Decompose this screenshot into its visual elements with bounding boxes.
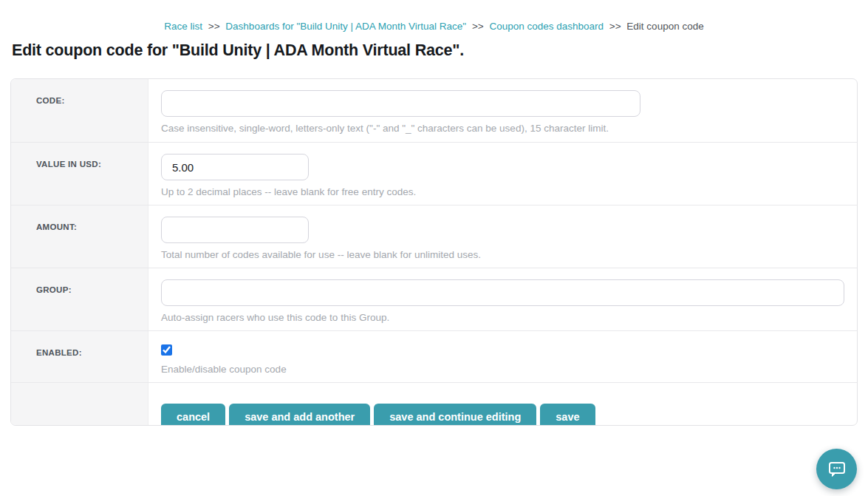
breadcrumb-separator: >> — [208, 21, 220, 32]
save-and-continue-editing-button[interactable]: save and continue editing — [374, 404, 536, 426]
cancel-button[interactable]: cancel — [161, 404, 225, 426]
group-help-text: Auto-assign racers who use this code to … — [161, 312, 844, 323]
actions-field-cell: cancel save and add another save and con… — [148, 383, 857, 425]
button-bar: cancel save and add another save and con… — [161, 394, 844, 426]
code-input[interactable] — [161, 90, 640, 117]
value-in-usd-label: VALUE IN USD: — [36, 160, 101, 169]
code-label-cell: CODE: — [11, 79, 148, 142]
code-field-cell: Case insensitive, single-word, letters-o… — [148, 79, 857, 142]
group-input[interactable] — [161, 279, 844, 306]
form-row-code: CODE: Case insensitive, single-word, let… — [11, 79, 857, 143]
breadcrumb-link-coupon-dashboard[interactable]: Coupon codes dashboard — [489, 21, 604, 32]
form-row-group: GROUP: Auto-assign racers who use this c… — [11, 268, 857, 331]
value-label-cell: VALUE IN USD: — [11, 143, 148, 205]
group-label: GROUP: — [36, 285, 72, 294]
code-help-text: Case insensitive, single-word, letters-o… — [161, 123, 844, 134]
breadcrumb: Race list >> Dashboards for "Build Unity… — [0, 0, 868, 32]
save-and-add-another-button[interactable]: save and add another — [229, 404, 370, 426]
page-title: Edit coupon code for "Build Unity | ADA … — [12, 41, 868, 60]
breadcrumb-link-race-list[interactable]: Race list — [164, 21, 202, 32]
value-field-cell: Up to 2 decimal places -- leave blank fo… — [148, 143, 857, 205]
value-in-usd-help-text: Up to 2 decimal places -- leave blank fo… — [161, 186, 844, 197]
code-label: CODE: — [36, 96, 65, 105]
enabled-field-cell: Enable/disable coupon code — [148, 331, 857, 382]
group-field-cell: Auto-assign racers who use this code to … — [148, 268, 857, 330]
save-button[interactable]: save — [540, 404, 595, 426]
form-row-value-in-usd: VALUE IN USD: Up to 2 decimal places -- … — [11, 143, 857, 205]
enabled-label: ENABLED: — [36, 348, 82, 357]
chat-bubble-icon — [827, 461, 847, 478]
value-in-usd-input[interactable] — [161, 154, 309, 180]
form-row-actions: cancel save and add another save and con… — [11, 383, 857, 425]
enabled-checkbox[interactable] — [161, 344, 172, 356]
coupon-edit-form: CODE: Case insensitive, single-word, let… — [10, 78, 858, 426]
amount-label: AMOUNT: — [36, 222, 77, 231]
enabled-help-text: Enable/disable coupon code — [161, 364, 844, 375]
enabled-label-cell: ENABLED: — [11, 331, 148, 382]
amount-help-text: Total number of codes available for use … — [161, 249, 844, 260]
chat-launcher-button[interactable] — [816, 449, 857, 489]
breadcrumb-current: Edit coupon code — [626, 21, 703, 32]
form-row-enabled: ENABLED: Enable/disable coupon code — [11, 331, 857, 383]
breadcrumb-separator: >> — [472, 21, 484, 32]
actions-label-cell — [11, 383, 148, 425]
breadcrumb-link-dashboards[interactable]: Dashboards for "Build Unity | ADA Month … — [225, 21, 466, 32]
amount-input[interactable] — [161, 217, 309, 243]
form-row-amount: AMOUNT: Total number of codes available … — [11, 205, 857, 268]
breadcrumb-separator: >> — [609, 21, 621, 32]
amount-field-cell: Total number of codes available for use … — [148, 205, 857, 268]
group-label-cell: GROUP: — [11, 268, 148, 330]
amount-label-cell: AMOUNT: — [11, 205, 148, 268]
